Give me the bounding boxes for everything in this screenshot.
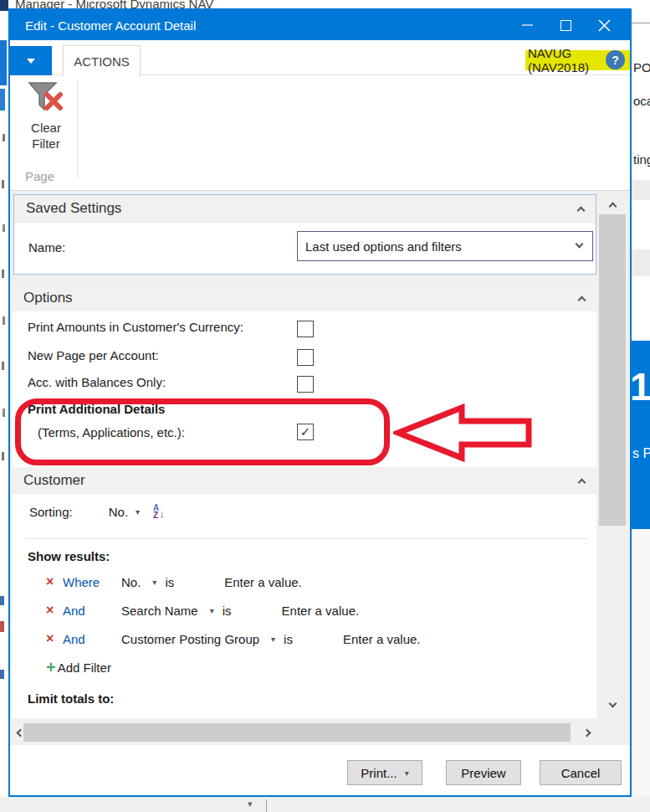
print-button-label: Print... xyxy=(361,766,397,780)
option-label: New Page per Account: xyxy=(28,348,159,362)
bg-tile-number: 1 xyxy=(632,364,650,409)
close-button[interactable] xyxy=(585,10,623,40)
bg-caret-glyph: ▾ xyxy=(248,799,253,809)
filter-value[interactable]: Enter a value. xyxy=(282,604,360,618)
limit-totals-label: Limit totals to: xyxy=(28,691,114,706)
balances-only-checkbox[interactable] xyxy=(297,376,314,393)
remove-filter-icon[interactable]: × xyxy=(46,574,63,589)
bg-tile-text: s P xyxy=(632,446,650,461)
customer-header[interactable]: Customer xyxy=(12,467,596,494)
saved-settings-dropdown-value: Last used options and filters xyxy=(305,239,462,254)
scroll-up-button[interactable] xyxy=(599,194,626,214)
remove-filter-icon[interactable]: × xyxy=(46,631,63,646)
bg-fragment xyxy=(3,224,5,232)
new-page-checkbox[interactable] xyxy=(297,349,314,366)
ribbon-group-label: Page xyxy=(25,169,54,183)
filter-field[interactable]: No. xyxy=(121,575,141,589)
background-window-right-strip: PO oca ting 1 s P xyxy=(632,0,650,812)
sorting-label: Sorting: xyxy=(29,505,73,519)
horizontal-scrollbar[interactable] xyxy=(12,722,596,743)
filter-value[interactable]: Enter a value. xyxy=(224,575,302,589)
dialog-title: Edit - Customer Account Detail xyxy=(25,18,196,33)
dialog-titlebar[interactable]: Edit - Customer Account Detail xyxy=(10,10,630,40)
option-label: Acc. with Balances Only: xyxy=(28,375,166,389)
bg-fragment-text: PO xyxy=(633,60,650,75)
bg-fragment xyxy=(0,621,4,632)
maximize-button[interactable] xyxy=(546,10,585,40)
filter-value[interactable]: Enter a value. xyxy=(343,632,421,646)
collapse-chevron-icon[interactable] xyxy=(577,206,586,214)
saved-settings-title: Saved Settings xyxy=(26,200,121,217)
background-window-title: Manager - Microsoft Dynamics NAV xyxy=(15,0,213,8)
background-window-title-strip: Manager - Microsoft Dynamics NAV xyxy=(0,0,650,8)
screen: Manager - Microsoft Dynamics NAV PO oca … xyxy=(0,0,650,812)
divider xyxy=(25,538,588,539)
tab-actions[interactable]: ACTIONS xyxy=(63,45,141,76)
close-icon xyxy=(598,19,611,32)
dialog-content: Saved Settings Name: Last used options a… xyxy=(10,191,630,745)
bg-fragment xyxy=(632,23,650,23)
add-filter-button[interactable]: + Add Filter xyxy=(46,660,111,675)
collapse-chevron-icon[interactable] xyxy=(578,296,586,304)
checkmark-icon: ✓ xyxy=(300,424,311,439)
dropdown-caret-icon: ▾ xyxy=(405,768,409,778)
print-amounts-checkbox[interactable] xyxy=(297,321,314,337)
filter-connector[interactable]: And xyxy=(63,632,121,646)
print-button[interactable]: Print... ▾ xyxy=(347,760,422,785)
terms-applications-label: (Terms, Applications, etc.): xyxy=(38,425,185,439)
bg-fragment xyxy=(632,529,650,797)
saved-settings-section: Saved Settings Name: Last used options a… xyxy=(13,194,596,275)
bg-fragment xyxy=(632,249,650,276)
scroll-down-button[interactable] xyxy=(599,695,626,715)
filter-connector[interactable]: And xyxy=(63,604,121,618)
vertical-scrollbar-thumb[interactable] xyxy=(599,214,626,526)
bg-fragment xyxy=(0,40,7,85)
bg-fragment xyxy=(0,596,4,605)
bg-fragment xyxy=(2,362,4,370)
print-additional-details-checkbox[interactable]: ✓ xyxy=(297,424,314,440)
dropdown-caret-icon[interactable]: ▾ xyxy=(152,578,156,587)
preview-button[interactable]: Preview xyxy=(446,760,521,785)
dropdown-caret-icon[interactable]: ▾ xyxy=(136,507,140,516)
bg-fragment xyxy=(3,409,5,417)
chevron-down-icon xyxy=(576,240,584,249)
add-icon: + xyxy=(46,660,56,675)
horizontal-scrollbar-thumb[interactable] xyxy=(23,723,571,742)
application-menu-button[interactable] xyxy=(10,46,52,75)
chevron-right-icon xyxy=(582,728,591,737)
filter-field[interactable]: Search Name xyxy=(121,604,198,618)
sort-z-glyph: Z xyxy=(153,511,159,519)
remove-filter-icon[interactable]: × xyxy=(46,603,63,618)
chevron-down-icon xyxy=(27,59,35,64)
dropdown-caret-icon[interactable]: ▾ xyxy=(271,635,275,644)
help-button[interactable]: ? xyxy=(606,50,625,69)
sort-az-icon[interactable]: A Z xyxy=(153,504,159,519)
options-body: Print Amounts in Customer's Currency: Ne… xyxy=(12,311,596,467)
cancel-button[interactable]: Cancel xyxy=(540,760,622,785)
print-additional-details-title: Print Additional Details xyxy=(28,402,165,416)
saved-settings-dropdown[interactable]: Last used options and filters xyxy=(297,231,593,261)
dropdown-caret-icon[interactable]: ▾ xyxy=(210,606,214,615)
minimize-button[interactable] xyxy=(508,10,546,40)
filter-connector[interactable]: Where xyxy=(63,575,121,589)
options-header[interactable]: Options xyxy=(12,285,596,311)
bg-blue-tile: 1 s P xyxy=(632,341,650,529)
bg-fragment xyxy=(632,180,650,200)
sorting-field[interactable]: No. xyxy=(109,505,128,519)
clear-filter-button[interactable]: Clear Filter xyxy=(17,80,75,166)
customer-title: Customer xyxy=(23,472,85,489)
scroll-right-button[interactable] xyxy=(578,722,595,743)
ribbon-separator xyxy=(77,80,78,178)
vertical-scrollbar[interactable] xyxy=(599,194,626,715)
bg-fragment xyxy=(2,180,4,188)
collapse-chevron-icon[interactable] xyxy=(578,478,586,486)
saved-settings-header[interactable]: Saved Settings xyxy=(14,195,596,223)
bg-fragment xyxy=(2,452,4,460)
options-title: Options xyxy=(23,290,73,306)
window-controls xyxy=(508,10,623,40)
sorting-row: Sorting: No. ▾ A Z ↓ xyxy=(29,504,165,519)
sort-direction-icon[interactable]: ↓ xyxy=(159,507,165,520)
bg-fragment xyxy=(3,316,5,325)
filter-field[interactable]: Customer Posting Group xyxy=(121,632,259,646)
edit-customer-account-detail-dialog: Edit - Customer Account Detail ACTIONS N… xyxy=(8,8,632,797)
